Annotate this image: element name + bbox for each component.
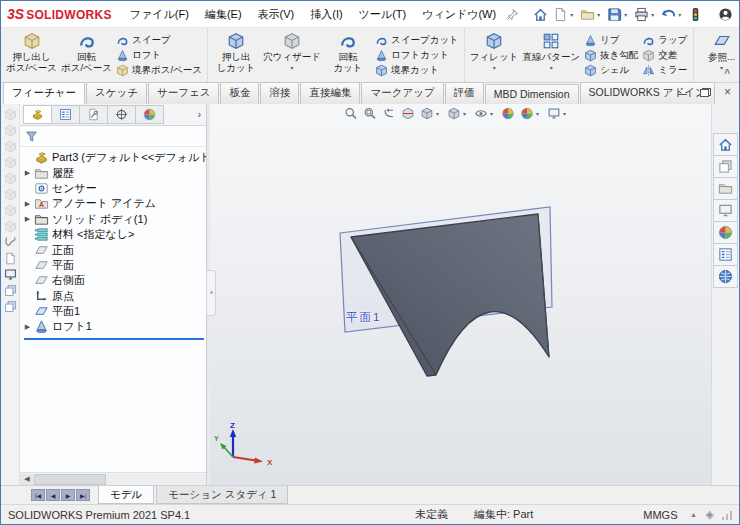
scroll-left-arrow-icon[interactable]: ◀	[20, 474, 34, 485]
design-library-button[interactable]	[713, 155, 738, 178]
expand-arrow-icon[interactable]: ▶	[22, 215, 33, 223]
dropdown-arrow-icon[interactable]: ▾	[493, 63, 496, 74]
panel-horizontal-scrollbar[interactable]: ◀	[20, 472, 206, 485]
extruded-boss-base-button[interactable]: 押し出しボス/ベース	[4, 31, 59, 74]
apply-scene-button[interactable]: ▾	[520, 107, 541, 120]
linear-pattern-button[interactable]: 直線パターン▾	[520, 31, 582, 74]
propertymanager-tab[interactable]	[51, 105, 80, 124]
menu-window[interactable]: ウィンドウ(W)	[414, 5, 504, 24]
tree-item-annotations[interactable]: ▶ アノテート アイテム	[22, 196, 206, 211]
tab-markup[interactable]: マークアップ	[361, 82, 443, 104]
featuremanager-tree-tab[interactable]	[23, 105, 52, 124]
dropdown-arrow-icon[interactable]: ▾	[550, 63, 553, 74]
save-button[interactable]: ▾	[605, 6, 631, 23]
tree-item-history[interactable]: ▶ 履歴	[22, 165, 206, 180]
print-button[interactable]: ▾	[632, 6, 658, 23]
reference-geometry-button[interactable]: 参照...▾	[697, 31, 739, 74]
swept-boss-button[interactable]: スイープ	[116, 33, 202, 48]
home-button[interactable]	[531, 6, 550, 23]
left-toolbar-button[interactable]	[2, 187, 18, 202]
dropdown-arrow-icon[interactable]: ▾	[720, 63, 723, 74]
motion-study-tab[interactable]: モーション スタディ 1	[156, 486, 288, 504]
tab-weldments[interactable]: 溶接	[260, 82, 299, 104]
viewport-canvas[interactable]: ▾ ▾ ▾ ▾ ▾	[210, 104, 711, 485]
pin-menu-button[interactable]	[504, 7, 521, 22]
revolved-boss-base-button[interactable]: 回転ボス/ベース	[59, 31, 114, 74]
task-pane-home-button[interactable]	[713, 133, 738, 156]
tab-scroll-prev-button[interactable]: ◀	[46, 489, 60, 501]
configurationmanager-tab[interactable]	[79, 105, 108, 124]
previous-view-button[interactable]	[382, 107, 395, 120]
tree-item-front-plane[interactable]: 正面	[22, 242, 206, 257]
mirror-button[interactable]: ミラー	[642, 63, 687, 78]
left-toolbar-paste-button[interactable]	[2, 299, 18, 314]
fillet-button[interactable]: フィレット▾	[468, 31, 521, 74]
tree-item-solid-bodies[interactable]: ▶ ソリッド ボディ(1)	[22, 212, 206, 227]
document-close-button[interactable]: ×	[724, 87, 731, 97]
tab-direct-editing[interactable]: 直接編集	[300, 82, 360, 104]
view-orientation-button[interactable]: ▾	[420, 107, 441, 120]
extruded-cut-button[interactable]: 押し出しカット	[211, 31, 261, 74]
model-3d[interactable]	[326, 192, 576, 412]
display-style-button[interactable]: ▾	[447, 107, 468, 120]
tab-sheet-metal[interactable]: 板金	[220, 82, 259, 104]
left-toolbar-button[interactable]	[2, 123, 18, 138]
dropdown-arrow-icon[interactable]: ▾	[490, 110, 493, 117]
menu-edit[interactable]: 編集(E)	[197, 5, 250, 24]
appearances-button[interactable]	[713, 221, 738, 244]
left-toolbar-export-button[interactable]	[2, 251, 18, 266]
zoom-to-fit-button[interactable]	[344, 107, 357, 120]
tree-item-top-plane[interactable]: 平面	[22, 258, 206, 273]
left-toolbar-button[interactable]	[2, 219, 18, 234]
tab-features[interactable]: フィーチャー	[3, 82, 85, 104]
hole-wizard-button[interactable]: 穴ウィザード▾	[261, 31, 323, 74]
zoom-to-area-button[interactable]	[363, 107, 376, 120]
intersect-button[interactable]: 交差	[642, 48, 687, 63]
swept-cut-button[interactable]: スイープカット	[375, 33, 459, 48]
tree-item-loft1[interactable]: ▶ ロフト1	[22, 319, 206, 334]
dropdown-arrow-icon[interactable]: ▾	[570, 11, 573, 18]
dropdown-arrow-icon[interactable]: ▾	[624, 11, 627, 18]
section-view-button[interactable]	[401, 107, 414, 120]
plane1-callout-label[interactable]: 平面1	[346, 310, 381, 325]
tag-gem-icon[interactable]: ◈	[706, 508, 714, 521]
tree-item-right-plane[interactable]: 右側面	[22, 273, 206, 288]
expand-arrow-icon[interactable]: ▶	[22, 200, 33, 208]
left-toolbar-copy-button[interactable]	[2, 283, 18, 298]
unit-system-text[interactable]: MMGS	[643, 509, 677, 521]
ribbon-collapse-chevron[interactable]: ^	[724, 68, 730, 79]
left-toolbar-button[interactable]	[2, 155, 18, 170]
left-toolbar-button[interactable]	[2, 139, 18, 154]
document-restore-button[interactable]	[700, 88, 711, 97]
dropdown-arrow-icon[interactable]: ▾	[678, 11, 681, 18]
new-document-button[interactable]: ▾	[551, 6, 577, 23]
rebuild-button[interactable]	[686, 6, 705, 23]
menu-insert[interactable]: 挿入(I)	[302, 5, 350, 24]
dropdown-arrow-icon[interactable]: ▾	[536, 110, 539, 117]
dimxpertmanager-tab[interactable]	[107, 105, 136, 124]
left-toolbar-button[interactable]	[2, 203, 18, 218]
undo-button[interactable]: ▾	[659, 6, 685, 23]
dropdown-arrow-icon[interactable]: ▾	[563, 110, 566, 117]
wrap-button[interactable]: ラップ	[642, 33, 687, 48]
tab-scroll-next-button[interactable]: ▶	[61, 489, 75, 501]
unit-dropdown-arrow-icon[interactable]: ▴	[692, 510, 696, 519]
draft-button[interactable]: 抜き勾配	[584, 48, 638, 63]
dropdown-arrow-icon[interactable]: ▾	[597, 11, 600, 18]
hide-show-items-button[interactable]: ▾	[474, 107, 495, 120]
tab-evaluate[interactable]: 評価	[445, 82, 484, 104]
panel-collapse-handle[interactable]	[206, 270, 216, 316]
dropdown-arrow-icon[interactable]: ▾	[651, 11, 654, 18]
menu-tools[interactable]: ツール(T)	[351, 5, 415, 24]
left-toolbar-sketch-button[interactable]	[2, 235, 18, 250]
login-button[interactable]	[716, 6, 735, 23]
dropdown-arrow-icon[interactable]: ▾	[291, 63, 294, 74]
solidworks-forum-button[interactable]	[713, 265, 738, 288]
boundary-boss-button[interactable]: 境界ボス/ベース	[116, 63, 202, 78]
tab-surfaces[interactable]: サーフェス	[148, 82, 219, 104]
boundary-cut-button[interactable]: 境界カット	[375, 63, 459, 78]
shell-button[interactable]: シェル	[584, 63, 638, 78]
custom-properties-button[interactable]	[713, 243, 738, 266]
tab-scroll-last-button[interactable]: ▶|	[76, 489, 90, 501]
tree-item-material[interactable]: 材料 <指定なし>	[22, 227, 206, 242]
